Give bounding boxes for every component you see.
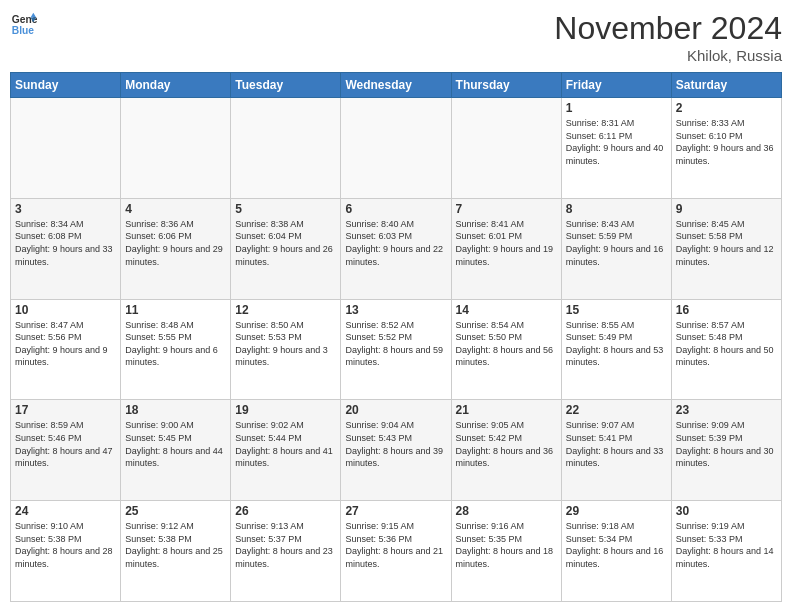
day-info: Sunrise: 8:47 AM Sunset: 5:56 PM Dayligh… <box>15 319 116 369</box>
day-number: 29 <box>566 504 667 518</box>
day-number: 17 <box>15 403 116 417</box>
day-info: Sunrise: 8:43 AM Sunset: 5:59 PM Dayligh… <box>566 218 667 268</box>
day-info: Sunrise: 8:40 AM Sunset: 6:03 PM Dayligh… <box>345 218 446 268</box>
day-info: Sunrise: 9:07 AM Sunset: 5:41 PM Dayligh… <box>566 419 667 469</box>
location: Khilok, Russia <box>554 47 782 64</box>
svg-text:Blue: Blue <box>12 25 35 36</box>
title-block: November 2024 Khilok, Russia <box>554 10 782 64</box>
day-number: 21 <box>456 403 557 417</box>
table-row: 29Sunrise: 9:18 AM Sunset: 5:34 PM Dayli… <box>561 501 671 602</box>
day-info: Sunrise: 8:45 AM Sunset: 5:58 PM Dayligh… <box>676 218 777 268</box>
col-monday: Monday <box>121 73 231 98</box>
table-row: 10Sunrise: 8:47 AM Sunset: 5:56 PM Dayli… <box>11 299 121 400</box>
table-row: 9Sunrise: 8:45 AM Sunset: 5:58 PM Daylig… <box>671 198 781 299</box>
day-number: 19 <box>235 403 336 417</box>
day-number: 4 <box>125 202 226 216</box>
logo: General Blue <box>10 10 38 38</box>
table-row: 21Sunrise: 9:05 AM Sunset: 5:42 PM Dayli… <box>451 400 561 501</box>
day-number: 10 <box>15 303 116 317</box>
day-info: Sunrise: 8:38 AM Sunset: 6:04 PM Dayligh… <box>235 218 336 268</box>
calendar-week-row: 17Sunrise: 8:59 AM Sunset: 5:46 PM Dayli… <box>11 400 782 501</box>
day-info: Sunrise: 8:59 AM Sunset: 5:46 PM Dayligh… <box>15 419 116 469</box>
day-info: Sunrise: 9:10 AM Sunset: 5:38 PM Dayligh… <box>15 520 116 570</box>
table-row: 23Sunrise: 9:09 AM Sunset: 5:39 PM Dayli… <box>671 400 781 501</box>
day-info: Sunrise: 9:02 AM Sunset: 5:44 PM Dayligh… <box>235 419 336 469</box>
calendar-table: Sunday Monday Tuesday Wednesday Thursday… <box>10 72 782 602</box>
day-info: Sunrise: 9:05 AM Sunset: 5:42 PM Dayligh… <box>456 419 557 469</box>
table-row: 16Sunrise: 8:57 AM Sunset: 5:48 PM Dayli… <box>671 299 781 400</box>
header: General Blue November 2024 Khilok, Russi… <box>10 10 782 64</box>
table-row <box>121 98 231 199</box>
day-info: Sunrise: 8:36 AM Sunset: 6:06 PM Dayligh… <box>125 218 226 268</box>
day-number: 5 <box>235 202 336 216</box>
day-info: Sunrise: 8:55 AM Sunset: 5:49 PM Dayligh… <box>566 319 667 369</box>
table-row: 27Sunrise: 9:15 AM Sunset: 5:36 PM Dayli… <box>341 501 451 602</box>
col-friday: Friday <box>561 73 671 98</box>
day-number: 2 <box>676 101 777 115</box>
col-wednesday: Wednesday <box>341 73 451 98</box>
day-number: 13 <box>345 303 446 317</box>
day-info: Sunrise: 8:54 AM Sunset: 5:50 PM Dayligh… <box>456 319 557 369</box>
calendar-week-row: 3Sunrise: 8:34 AM Sunset: 6:08 PM Daylig… <box>11 198 782 299</box>
day-number: 3 <box>15 202 116 216</box>
table-row <box>11 98 121 199</box>
table-row: 1Sunrise: 8:31 AM Sunset: 6:11 PM Daylig… <box>561 98 671 199</box>
day-number: 16 <box>676 303 777 317</box>
table-row: 20Sunrise: 9:04 AM Sunset: 5:43 PM Dayli… <box>341 400 451 501</box>
day-number: 27 <box>345 504 446 518</box>
day-number: 22 <box>566 403 667 417</box>
table-row <box>231 98 341 199</box>
day-number: 28 <box>456 504 557 518</box>
day-info: Sunrise: 8:34 AM Sunset: 6:08 PM Dayligh… <box>15 218 116 268</box>
day-info: Sunrise: 8:52 AM Sunset: 5:52 PM Dayligh… <box>345 319 446 369</box>
day-info: Sunrise: 9:12 AM Sunset: 5:38 PM Dayligh… <box>125 520 226 570</box>
col-saturday: Saturday <box>671 73 781 98</box>
table-row: 2Sunrise: 8:33 AM Sunset: 6:10 PM Daylig… <box>671 98 781 199</box>
table-row: 12Sunrise: 8:50 AM Sunset: 5:53 PM Dayli… <box>231 299 341 400</box>
table-row: 7Sunrise: 8:41 AM Sunset: 6:01 PM Daylig… <box>451 198 561 299</box>
table-row: 14Sunrise: 8:54 AM Sunset: 5:50 PM Dayli… <box>451 299 561 400</box>
day-info: Sunrise: 8:31 AM Sunset: 6:11 PM Dayligh… <box>566 117 667 167</box>
table-row: 24Sunrise: 9:10 AM Sunset: 5:38 PM Dayli… <box>11 501 121 602</box>
logo-icon: General Blue <box>10 10 38 38</box>
day-number: 7 <box>456 202 557 216</box>
day-number: 25 <box>125 504 226 518</box>
day-number: 1 <box>566 101 667 115</box>
day-info: Sunrise: 9:09 AM Sunset: 5:39 PM Dayligh… <box>676 419 777 469</box>
table-row: 6Sunrise: 8:40 AM Sunset: 6:03 PM Daylig… <box>341 198 451 299</box>
table-row <box>341 98 451 199</box>
day-number: 6 <box>345 202 446 216</box>
table-row: 15Sunrise: 8:55 AM Sunset: 5:49 PM Dayli… <box>561 299 671 400</box>
calendar-header-row: Sunday Monday Tuesday Wednesday Thursday… <box>11 73 782 98</box>
col-thursday: Thursday <box>451 73 561 98</box>
table-row: 11Sunrise: 8:48 AM Sunset: 5:55 PM Dayli… <box>121 299 231 400</box>
table-row: 30Sunrise: 9:19 AM Sunset: 5:33 PM Dayli… <box>671 501 781 602</box>
col-tuesday: Tuesday <box>231 73 341 98</box>
day-number: 11 <box>125 303 226 317</box>
table-row: 18Sunrise: 9:00 AM Sunset: 5:45 PM Dayli… <box>121 400 231 501</box>
day-info: Sunrise: 8:48 AM Sunset: 5:55 PM Dayligh… <box>125 319 226 369</box>
col-sunday: Sunday <box>11 73 121 98</box>
table-row: 19Sunrise: 9:02 AM Sunset: 5:44 PM Dayli… <box>231 400 341 501</box>
day-number: 14 <box>456 303 557 317</box>
day-number: 18 <box>125 403 226 417</box>
table-row: 26Sunrise: 9:13 AM Sunset: 5:37 PM Dayli… <box>231 501 341 602</box>
day-number: 26 <box>235 504 336 518</box>
table-row: 5Sunrise: 8:38 AM Sunset: 6:04 PM Daylig… <box>231 198 341 299</box>
day-info: Sunrise: 9:15 AM Sunset: 5:36 PM Dayligh… <box>345 520 446 570</box>
table-row: 28Sunrise: 9:16 AM Sunset: 5:35 PM Dayli… <box>451 501 561 602</box>
day-info: Sunrise: 9:13 AM Sunset: 5:37 PM Dayligh… <box>235 520 336 570</box>
day-number: 12 <box>235 303 336 317</box>
day-info: Sunrise: 9:00 AM Sunset: 5:45 PM Dayligh… <box>125 419 226 469</box>
table-row: 25Sunrise: 9:12 AM Sunset: 5:38 PM Dayli… <box>121 501 231 602</box>
day-info: Sunrise: 9:18 AM Sunset: 5:34 PM Dayligh… <box>566 520 667 570</box>
month-title: November 2024 <box>554 10 782 47</box>
table-row: 3Sunrise: 8:34 AM Sunset: 6:08 PM Daylig… <box>11 198 121 299</box>
day-info: Sunrise: 8:33 AM Sunset: 6:10 PM Dayligh… <box>676 117 777 167</box>
day-number: 8 <box>566 202 667 216</box>
calendar-week-row: 10Sunrise: 8:47 AM Sunset: 5:56 PM Dayli… <box>11 299 782 400</box>
day-number: 24 <box>15 504 116 518</box>
day-info: Sunrise: 8:50 AM Sunset: 5:53 PM Dayligh… <box>235 319 336 369</box>
table-row: 4Sunrise: 8:36 AM Sunset: 6:06 PM Daylig… <box>121 198 231 299</box>
day-number: 30 <box>676 504 777 518</box>
